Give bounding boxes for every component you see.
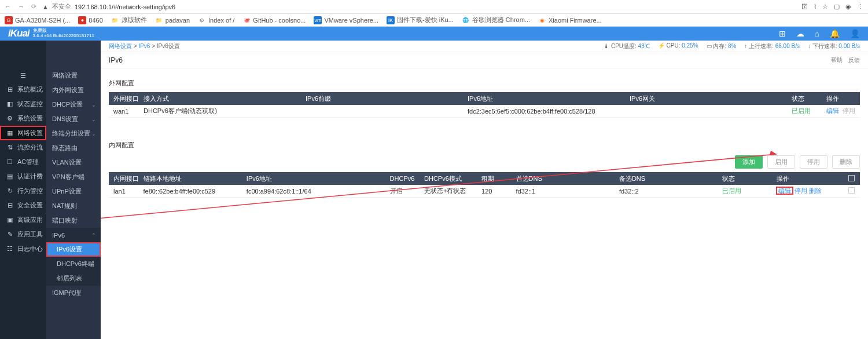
logs-icon: ☷ [6,245,14,253]
bookmark-item[interactable]: iK固件下载-爱快 iKu... [387,16,454,24]
help-link[interactable]: 帮助 [831,56,843,64]
sidebar-item-auth[interactable]: ▤认证计费 [0,169,46,184]
shield-icon: ⊟ [6,202,14,210]
add-button[interactable]: 添加 [735,155,763,169]
disable-button[interactable]: 停用 [800,155,827,169]
sub-nav-dhcp[interactable]: DHCP设置⌄ [46,97,101,112]
bookmark-item[interactable]: 🌐谷歌浏览器 Chrom... [462,16,530,24]
sub-nav-header: 网络设置 [46,68,101,83]
lan-section-title: 内网配置 [109,141,860,150]
traffic-icon: ⇅ [6,144,14,152]
wan-edit-link[interactable]: 编辑 [826,107,839,114]
lan-actions: 添加 启用 停用 删除 [109,155,860,169]
svg-marker-1 [770,151,777,155]
crumb-ipv6[interactable]: IPv6 [138,43,150,49]
chevron-up-icon: ⌃ [91,232,96,238]
advanced-icon: ▣ [6,216,14,224]
wan-addr: fdc2:3ec5:6ef5:c000:62be:b4ff:fe00:c528/… [468,108,630,115]
bookmark-item[interactable]: 🐙GitHub - coolsno... [242,16,306,24]
status-bar: 🌡 CPU温度: 43℃ ⚡ CPU: 0.25% ▭ 内存: 8% ↑ 上行速… [604,42,860,50]
bookmark-item[interactable]: vmVMware vSphere... [314,16,378,24]
wan-table-header: 外网接口 接入方式 IPv6前缀 IPv6地址 IPv6网关 状态 操作 [109,92,860,105]
sidebar-item-status[interactable]: ◧状态监控 [0,97,46,111]
wan-table-row: wan1 DHCPv6客户端(动态获取) fdc2:3ec5:6ef5:c000… [109,105,860,118]
lan-status: 已启用 [722,187,777,195]
sidebar-item-security[interactable]: ⊟安全设置 [0,198,46,213]
feedback-link[interactable]: 反馈 [848,56,860,64]
bookmark-item[interactable]: 📁原版软件 [111,16,147,24]
grid-icon[interactable]: ⊞ [779,29,786,38]
page-title: IPv6 [109,56,123,64]
sub-nav-wan-lan[interactable]: 内外网设置 [46,83,101,97]
home-icon[interactable]: ⌂ [815,29,819,38]
auth-icon: ▤ [6,173,14,181]
secondary-sidebar: 网络设置 内外网设置 DHCP设置⌄ DNS设置⌄ 终端分组设置⌄ 静态路由 V… [46,27,101,339]
sub-nav-vlan[interactable]: VLAN设置 [46,155,101,170]
lan-table-header: 内网接口 链路本地地址 IPv6地址 DHCPv6 DHCPv6模式 租期 首选… [109,172,860,185]
sub-nav-vpn[interactable]: VPN客户端 [46,170,101,184]
row-checkbox[interactable] [848,187,855,194]
window-icon[interactable]: ▢ [834,3,840,10]
wan-stop-link[interactable]: 停用 [843,107,855,114]
sub-nav-nat[interactable]: NAT规则 [46,199,101,213]
crumb-network[interactable]: 网络设置 [109,43,132,49]
sub-nav-static-route[interactable]: 静态路由 [46,141,101,155]
profile-icon[interactable]: ◉ [845,3,851,10]
lan-dns1: fd32::1 [516,188,619,195]
security-label: 不安全 [52,2,71,11]
bookmark-item[interactable]: 📁padavan [155,16,190,24]
sub-nav-igmp[interactable]: IGMP代理 [46,286,101,300]
bookmark-item[interactable]: ●8460 [78,16,102,24]
lan-mode: 无状态+有状态 [424,187,481,195]
bookmark-item[interactable]: GGA-A320M-S2H (... [5,16,70,24]
lan-iface: lan1 [109,188,144,195]
cloud-icon[interactable]: ☁ [796,29,804,38]
sub-nav-terminal-group[interactable]: 终端分组设置⌄ [46,126,101,141]
collapse-icon[interactable]: ☰ [0,68,46,82]
sub-nav-port[interactable]: 端口映射 [46,213,101,228]
bell-icon[interactable]: 🔔 [830,29,840,38]
menu-icon[interactable]: ⋮ [857,3,863,10]
network-icon: ▦ [6,129,14,137]
enable-button[interactable]: 启用 [767,155,795,169]
sidebar-item-overview[interactable]: ⊞系统概况 [0,82,46,97]
overview-icon: ⊞ [6,86,14,94]
sidebar-item-advanced[interactable]: ▣高级应用 [0,213,46,227]
bookmark-item[interactable]: ◉Xiaomi Firmware... [538,16,602,24]
back-icon[interactable]: ← [5,3,11,10]
user-icon[interactable]: 👤 [850,29,860,38]
main-content: 外网配置 外网接口 接入方式 IPv6前缀 IPv6地址 IPv6网关 状态 操… [101,27,868,339]
sub-nav-dns[interactable]: DNS设置⌄ [46,112,101,126]
sidebar-item-logs[interactable]: ☷日志中心 [0,242,46,256]
lan-edit-link[interactable]: 编辑 [777,187,793,194]
wan-status: 已启用 [792,107,826,115]
bookmark-item[interactable]: ⊙Index of / [198,16,234,24]
lan-delete-link[interactable]: 删除 [809,187,822,194]
sub-nav-ipv6[interactable]: IPv6⌃ [46,228,101,242]
reload-icon[interactable]: ⟳ [31,3,36,10]
url-text[interactable]: 192.168.10.1/#/network-setting/ipv6 [75,3,175,10]
sidebar-item-system[interactable]: ⚙系统设置 [0,111,46,126]
sidebar-item-ac[interactable]: ☐AC管理 [0,155,46,169]
sidebar-item-network[interactable]: ▦网络设置 [0,126,46,140]
forward-icon[interactable]: → [18,3,24,10]
bookmarks-bar: GGA-A320M-S2H (... ●8460 📁原版软件 📁padavan … [0,14,868,27]
sidebar-item-tools[interactable]: ✎应用工具 [0,227,46,242]
sub-nav-ipv6-settings[interactable]: IPv6设置 [46,242,101,257]
wan-iface: wan1 [109,108,144,115]
chevron-down-icon: ⌄ [91,116,96,122]
sub-nav-upnp[interactable]: UPnP设置 [46,184,101,199]
delete-button[interactable]: 删除 [832,155,860,169]
select-all-checkbox[interactable] [848,175,855,181]
browser-toolbar: ← → ⟳ ▲ 不安全 192.168.10.1/#/network-setti… [0,0,868,14]
star-icon[interactable]: ☆ [822,3,828,10]
sidebar-item-traffic[interactable]: ⇅流控分流 [0,140,46,155]
sub-nav-neighbor-list[interactable]: 邻居列表 [46,271,101,286]
wan-section-title: 外网配置 [109,79,860,88]
sidebar-item-behavior[interactable]: ↻行为管控 [0,184,46,198]
lan-disable-link[interactable]: 停用 [795,187,807,194]
translate-icon[interactable]: ⌇ [814,3,816,10]
key-icon[interactable]: ⚿ [801,3,808,10]
gear-icon: ⚙ [6,115,14,123]
sub-nav-dhcpv6-clients[interactable]: DHCPv6终端 [46,257,101,271]
